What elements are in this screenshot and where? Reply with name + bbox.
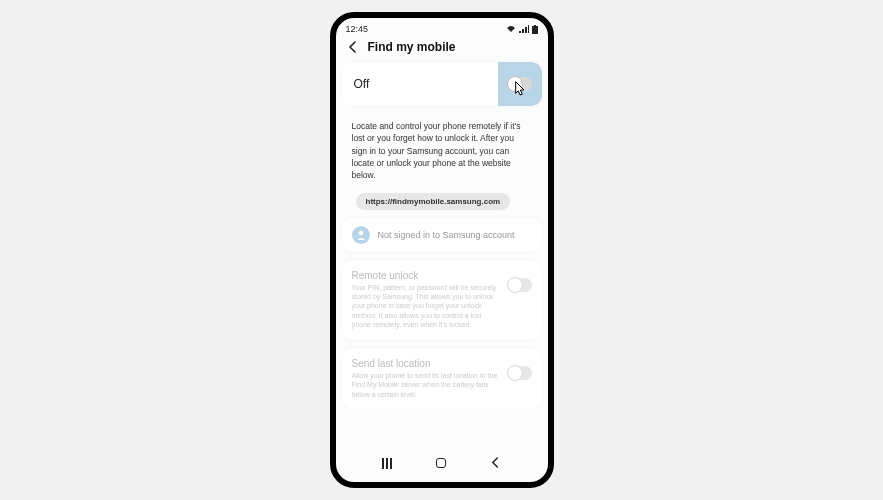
app-bar: Find my mobile bbox=[336, 36, 548, 62]
svg-point-6 bbox=[358, 230, 362, 234]
navigation-bar bbox=[336, 450, 548, 476]
signal-icon bbox=[519, 25, 529, 33]
battery-icon bbox=[532, 25, 538, 34]
website-url-button[interactable]: https://findmymobile.samsung.com bbox=[356, 193, 511, 210]
svg-rect-3 bbox=[528, 25, 529, 33]
nav-back-button[interactable] bbox=[490, 454, 501, 472]
back-button[interactable] bbox=[346, 40, 360, 54]
phone-frame: 12:45 Find my mobile Off Locate and cont… bbox=[330, 12, 554, 488]
main-toggle-switch[interactable] bbox=[508, 77, 532, 91]
page-title: Find my mobile bbox=[368, 40, 456, 54]
wifi-icon bbox=[506, 25, 516, 33]
main-toggle-card[interactable]: Off bbox=[342, 62, 542, 106]
status-icons bbox=[506, 25, 538, 34]
account-avatar-icon bbox=[352, 226, 370, 244]
svg-rect-1 bbox=[522, 29, 524, 33]
remote-unlock-card: Remote unlock Your PIN, pattern, or pass… bbox=[342, 260, 542, 340]
status-time: 12:45 bbox=[346, 24, 369, 34]
account-card[interactable]: Not signed in to Samsung account bbox=[342, 218, 542, 252]
svg-rect-4 bbox=[534, 25, 536, 26]
send-last-location-title: Send last location bbox=[352, 358, 500, 369]
main-toggle-label: Off bbox=[342, 65, 382, 103]
send-last-location-desc: Allow your phone to send its last locati… bbox=[352, 371, 500, 399]
status-bar: 12:45 bbox=[336, 18, 548, 36]
send-last-location-card: Send last location Allow your phone to s… bbox=[342, 348, 542, 409]
main-toggle-highlight[interactable] bbox=[498, 62, 542, 106]
feature-description: Locate and control your phone remotely i… bbox=[342, 114, 542, 190]
remote-unlock-switch bbox=[508, 278, 532, 292]
svg-rect-5 bbox=[532, 26, 538, 34]
remote-unlock-desc: Your PIN, pattern, or password will be s… bbox=[352, 283, 500, 330]
content-area: Off Locate and control your phone remote… bbox=[336, 62, 548, 409]
account-status-text: Not signed in to Samsung account bbox=[378, 230, 515, 240]
svg-rect-2 bbox=[525, 27, 527, 33]
nav-recent-button[interactable] bbox=[382, 458, 392, 469]
nav-home-button[interactable] bbox=[436, 458, 446, 468]
remote-unlock-title: Remote unlock bbox=[352, 270, 500, 281]
send-last-location-switch bbox=[508, 366, 532, 380]
svg-rect-0 bbox=[519, 31, 521, 33]
